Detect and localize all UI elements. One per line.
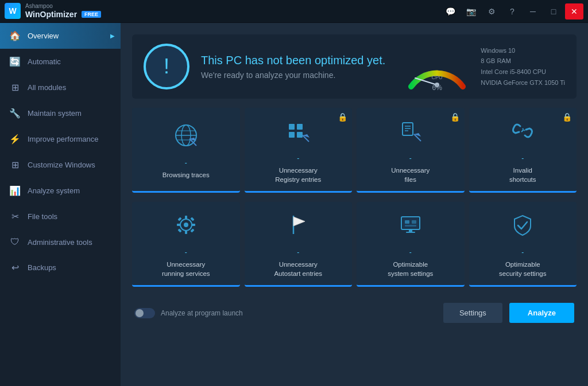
app-logo: W — [5, 3, 21, 19]
header-title: This PC has not been optimized yet. — [201, 54, 391, 67]
module-count-services: - — [185, 248, 187, 256]
sidebar-label-file-tools: File tools — [28, 212, 57, 221]
title-bar: W Ashampoo WinOptimizer FREE 💬 📷 ⚙ ? ─ □… — [0, 0, 588, 23]
automatic-icon: 🔄 — [9, 56, 21, 67]
browsing-icon — [172, 122, 200, 154]
file-tools-icon: ✂ — [9, 211, 21, 222]
module-system-settings[interactable]: - Optimizablesystem settings — [357, 202, 465, 287]
svg-rect-28 — [190, 217, 194, 221]
chat-icon-btn[interactable]: 💬 — [441, 3, 459, 20]
svg-rect-26 — [192, 224, 195, 226]
svg-rect-11 — [289, 132, 295, 138]
settings-icon-btn[interactable]: ⚙ — [482, 3, 501, 20]
performance-icon: ⚡ — [9, 134, 21, 145]
module-label-shortcuts: Invalidshortcuts — [509, 166, 536, 184]
backups-icon: ↩ — [9, 262, 21, 273]
svg-rect-35 — [405, 220, 409, 224]
sidebar-item-administrative-tools[interactable]: 🛡 Administrative tools — [0, 229, 121, 255]
sidebar-item-analyze-system[interactable]: 📊 Analyze system — [0, 178, 121, 204]
module-label-services: Unnecessaryrunning services — [162, 260, 210, 278]
svg-rect-12 — [297, 132, 303, 138]
sidebar-item-customize-windows[interactable]: ⊞ Customize Windows — [0, 152, 121, 178]
svg-rect-29 — [177, 229, 181, 233]
maximize-btn[interactable]: □ — [544, 3, 563, 20]
analyze-icon: 📊 — [9, 185, 21, 196]
system-info-panel: CPU 6% Windows 10 8 GB RAM Intel Core i5… — [403, 44, 565, 89]
module-label-system-settings: Optimizablesystem settings — [388, 260, 433, 278]
modules-grid-row1: - Browsing traces 🔒 - — [132, 108, 577, 193]
warning-symbol: ! — [164, 54, 169, 79]
sidebar-item-maintain-system[interactable]: 🔧 Maintain system — [0, 100, 121, 126]
toggle-knob — [136, 309, 144, 317]
sys-info: Windows 10 8 GB RAM Intel Core i5-8400 C… — [481, 45, 565, 88]
module-count-autostart: - — [297, 248, 299, 256]
modules-icon: ⊞ — [9, 82, 21, 93]
free-badge: FREE — [82, 11, 101, 18]
sidebar-label-automatic: Automatic — [28, 57, 61, 66]
module-unnecessary-files[interactable]: 🔒 - Unnecessaryfiles — [357, 108, 465, 193]
lock-icon-files: 🔒 — [450, 112, 460, 122]
admin-icon: 🛡 — [9, 237, 21, 247]
sidebar-item-all-modules[interactable]: ⊞ All modules — [0, 75, 121, 100]
autostart-icon — [284, 211, 312, 244]
maintain-icon: 🔧 — [9, 108, 21, 119]
module-label-files: Unnecessaryfiles — [391, 166, 430, 184]
module-browsing-traces[interactable]: - Browsing traces — [132, 108, 240, 193]
module-invalid-shortcuts[interactable]: 🔒 - Invalidshortcuts — [469, 108, 577, 193]
camera-icon-btn[interactable]: 📷 — [462, 3, 480, 20]
svg-rect-39 — [406, 232, 415, 233]
module-registry-entries[interactable]: 🔒 - UnnecessaryRegistry entries — [245, 108, 353, 193]
module-label-registry: UnnecessaryRegistry entries — [275, 166, 321, 184]
main-layout: 🏠 Overview 🔄 Automatic ⊞ All modules 🔧 M… — [0, 23, 588, 386]
sidebar-label-administrative-tools: Administrative tools — [28, 238, 92, 247]
svg-rect-24 — [185, 231, 187, 234]
launch-toggle-label: Analyze at program launch — [161, 309, 243, 317]
sidebar-item-improve-performance[interactable]: ⚡ Improve performance — [0, 126, 121, 152]
launch-toggle-switch[interactable] — [134, 308, 155, 318]
module-security-settings[interactable]: - Optimizablesecurity settings — [469, 202, 577, 287]
module-label-autostart: UnnecessaryAutostart entries — [274, 260, 322, 278]
sidebar-label-maintain-system: Maintain system — [28, 109, 82, 118]
warning-circle: ! — [144, 44, 189, 89]
module-count-browsing: - — [185, 159, 187, 167]
app-title-block: Ashampoo WinOptimizer FREE — [25, 3, 101, 20]
launch-toggle-group: Analyze at program launch — [134, 308, 243, 318]
sidebar-item-file-tools[interactable]: ✂ File tools — [0, 204, 121, 229]
header-subtitle: We're ready to analyze your machine. — [201, 71, 391, 80]
svg-rect-37 — [405, 225, 416, 227]
sidebar-label-customize-windows: Customize Windows — [28, 161, 95, 169]
header-section: ! This PC has not been optimized yet. We… — [132, 34, 577, 99]
svg-rect-27 — [177, 217, 181, 221]
sidebar-item-backups[interactable]: ↩ Backups — [0, 255, 121, 280]
module-count-system-settings: - — [409, 248, 412, 256]
sidebar-label-all-modules: All modules — [28, 83, 66, 92]
modules-grid-row2: - Unnecessaryrunning services - Unnecess… — [132, 202, 577, 287]
sidebar-item-overview[interactable]: 🏠 Overview — [0, 23, 121, 49]
module-running-services[interactable]: - Unnecessaryrunning services — [132, 202, 240, 287]
module-label-security: Optimizablesecurity settings — [499, 260, 546, 278]
help-icon-btn[interactable]: ? — [503, 3, 521, 20]
home-icon: 🏠 — [9, 30, 21, 41]
module-count-registry: - — [297, 154, 299, 162]
window-controls: 💬 📷 ⚙ ? ─ □ ✕ — [441, 3, 583, 20]
settings-button[interactable]: Settings — [443, 303, 502, 323]
svg-rect-30 — [190, 229, 194, 233]
customize-icon: ⊞ — [9, 159, 21, 170]
action-buttons: Settings Analyze — [443, 303, 574, 323]
module-autostart-entries[interactable]: - UnnecessaryAutostart entries — [245, 202, 353, 287]
shortcuts-icon — [509, 117, 536, 150]
svg-rect-36 — [412, 220, 416, 224]
sys-ram: 8 GB RAM — [481, 56, 565, 67]
close-btn[interactable]: ✕ — [565, 3, 583, 20]
sys-gpu: NVIDIA GeForce GTX 1050 Ti — [481, 77, 565, 88]
lock-icon-registry: 🔒 — [338, 112, 347, 122]
svg-text:CPU: CPU — [432, 75, 443, 80]
sidebar-label-improve-performance: Improve performance — [28, 135, 99, 143]
analyze-button[interactable]: Analyze — [509, 303, 574, 323]
content-area: ! This PC has not been optimized yet. We… — [121, 23, 588, 386]
company-name: Ashampoo — [25, 3, 53, 10]
sidebar-item-automatic[interactable]: 🔄 Automatic — [0, 49, 121, 75]
svg-rect-38 — [409, 229, 412, 232]
minimize-btn[interactable]: ─ — [524, 3, 542, 20]
header-text: This PC has not been optimized yet. We'r… — [201, 54, 391, 80]
